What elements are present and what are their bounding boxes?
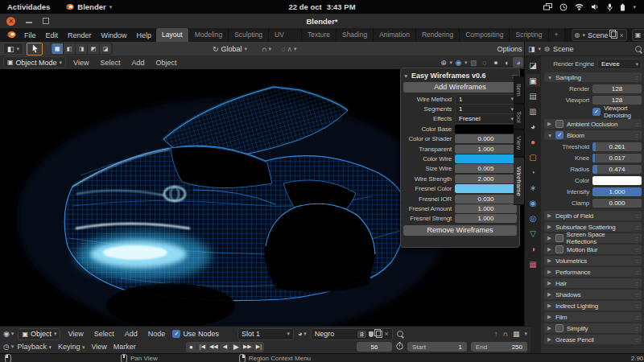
workspace-tab-scripting[interactable]: Scripting — [510, 28, 548, 42]
material-users-count[interactable]: 8 — [357, 331, 365, 338]
tab-object-data-icon[interactable]: ▽ — [526, 227, 540, 240]
marker-menu[interactable]: Marker — [110, 343, 139, 351]
transform-orientation[interactable]: ↻ Global ▾ — [213, 45, 247, 53]
prev-frame-button[interactable]: ◀ — [220, 343, 231, 350]
playback-menu[interactable]: Playback ▾ — [14, 343, 55, 351]
tab-texture-icon[interactable]: ▦ — [526, 257, 540, 270]
options-dropdown[interactable]: Options▾ — [497, 45, 527, 53]
window-minimize-button[interactable] — [26, 22, 32, 23]
performance-panel-header[interactable]: ▶Performance:::: — [544, 267, 642, 277]
use-nodes-toggle[interactable]: ✓ Use Nodes — [172, 330, 219, 338]
sidebar-tab-wireframe[interactable]: Wireframe — [514, 157, 525, 205]
node-menu[interactable]: Node — [145, 330, 169, 338]
select-menu[interactable]: Select — [91, 330, 118, 338]
depth-of-field-panel-header[interactable]: ▶Depth of Field:::: — [544, 211, 642, 220]
volume-icon[interactable] — [591, 3, 600, 10]
unlink-material-icon[interactable]: × — [385, 330, 389, 338]
parent-node-tree-icon[interactable]: ↑ — [494, 330, 498, 338]
tab-render-icon[interactable]: ▣ — [526, 74, 540, 87]
menu-help[interactable]: Help — [132, 31, 157, 39]
view-menu[interactable]: View — [64, 330, 86, 338]
editor-type-icon[interactable]: ◨ — [528, 45, 535, 53]
stopwatch-icon[interactable] — [396, 342, 403, 352]
editor-type-button[interactable]: ◷▾ — [3, 343, 14, 351]
sampling-viewport-field[interactable]: 128 — [592, 96, 642, 105]
fresnel-strength-slider[interactable]: 1.000 — [455, 214, 517, 223]
tray-chevron-icon[interactable]: ▾ — [633, 4, 636, 10]
sidebar-tab-view[interactable]: View — [514, 130, 525, 157]
clock-time[interactable]: 3:43 PM — [327, 2, 356, 11]
end-frame-field[interactable]: End250 — [471, 342, 527, 352]
record-button[interactable]: ● — [186, 343, 197, 351]
workspace-tab-modeling[interactable]: Modeling — [189, 28, 229, 42]
proportional-editing-control[interactable]: ◌∧▾ — [281, 45, 296, 53]
slot-dropdown[interactable]: Slot 1 ▾ — [237, 328, 294, 340]
shading-wireframe-icon[interactable]: ◌ — [479, 57, 489, 68]
start-frame-field[interactable]: Start1 — [407, 342, 467, 352]
shading-solid-icon[interactable]: ● — [490, 57, 501, 68]
editor-type-button[interactable]: ◧▾ — [3, 43, 23, 55]
color-base-swatch[interactable] — [455, 125, 517, 134]
menu-edit[interactable]: Edit — [41, 31, 64, 39]
workspace-tab-animation[interactable]: Animation — [374, 28, 416, 42]
jump-to-end-button[interactable]: ▶| — [254, 343, 264, 350]
add-menu[interactable]: Add — [122, 330, 141, 338]
sampling-panel-header[interactable]: ▼ Sampling :::: — [544, 72, 642, 82]
add-menu[interactable]: Add — [127, 59, 148, 67]
bloom-color-swatch[interactable] — [592, 176, 642, 185]
ambient-occlusion-panel-header[interactable]: ▶ Ambient Occlusion :::: — [544, 119, 642, 129]
prev-keyframe-button[interactable]: ◀◀ — [208, 343, 220, 350]
view-layer-selector[interactable]: ▣▾ View Layer × — [632, 29, 644, 41]
material-name-field[interactable]: Negro 8 × — [311, 328, 393, 340]
tab-physics-icon[interactable]: ◉ — [526, 196, 540, 209]
indirect-lighting-panel-header[interactable]: ▶Indirect Lighting:::: — [544, 301, 642, 311]
next-keyframe-button[interactable]: ▶▶ — [242, 343, 254, 350]
pin-icon[interactable] — [397, 331, 403, 337]
select-mode-intersect-icon[interactable]: ◪ — [100, 43, 112, 54]
transparent-slider[interactable]: 1.000 — [455, 145, 517, 154]
tab-view-layer-icon[interactable]: ▥ — [526, 105, 540, 117]
panel-header[interactable]: ▼ Easy Wireframes v0.6 :::: — [403, 70, 517, 81]
pin-icon[interactable] — [635, 46, 642, 52]
volumetrics-panel-header[interactable]: ▶Volumetrics:::: — [544, 256, 642, 265]
motion-blur-checkbox[interactable] — [555, 245, 564, 253]
clock-date[interactable]: 22 de oct — [288, 2, 321, 11]
new-scene-icon[interactable] — [611, 31, 617, 39]
bloom-panel-header[interactable]: ▼ ✓ Bloom :::: — [544, 130, 642, 140]
keying-menu[interactable]: Keying ▾ — [55, 343, 89, 351]
viewport-denoising-checkbox[interactable]: ✓ — [592, 108, 601, 116]
screen-space-reflections-panel-header[interactable]: ▶Screen Space Reflections:::: — [544, 233, 642, 243]
workspace-tab-sculpting[interactable]: Sculpting — [229, 28, 269, 42]
overlays-icon[interactable]: ▦ — [513, 330, 520, 338]
bloom-intensity-slider[interactable]: 1.000 — [592, 187, 642, 196]
scene-selector[interactable]: ◍▾ Scene × — [572, 29, 627, 41]
add-wireframes-button[interactable]: Add Wireframes — [403, 82, 517, 93]
use-nodes-checkbox[interactable]: ✓ — [172, 330, 180, 338]
wire-strength-slider[interactable]: 2.000 — [455, 175, 517, 183]
simplify-panel-header[interactable]: ▶Simplify:::: — [544, 323, 642, 333]
workspace-tab-layout[interactable]: Layout — [156, 28, 189, 42]
tab-scene-icon[interactable]: ◕ — [526, 120, 540, 133]
window-maximize-button[interactable] — [43, 18, 49, 24]
sidebar-tab-tool[interactable]: Tool — [514, 104, 525, 130]
menu-window[interactable]: Window — [97, 31, 132, 39]
tab-material-icon[interactable]: ◑ — [526, 242, 540, 255]
play-button[interactable]: ▶ — [231, 343, 242, 351]
sidebar-tab-item[interactable]: Item — [514, 76, 525, 104]
workspace-tab-texture-paint[interactable]: Texture Paint — [302, 28, 336, 42]
mode-dropdown[interactable]: ▣ Object Mode ▾ — [3, 56, 66, 68]
editor-type-button[interactable]: ◉▾ — [3, 330, 14, 338]
unlink-scene-icon[interactable]: × — [620, 31, 624, 39]
film-panel-header[interactable]: ▶Film:::: — [544, 312, 642, 322]
add-workspace-button[interactable]: + — [549, 28, 565, 42]
shader-type-dropdown[interactable]: ▣ Object ▾ — [18, 328, 60, 340]
show-gizmos-icon[interactable]: ⊕ — [438, 57, 448, 68]
motion-blur-panel-header[interactable]: ▶Motion Blur:::: — [544, 245, 642, 254]
workspace-tab-compositing[interactable]: Compositing — [460, 28, 510, 42]
render-engine-dropdown[interactable]: Eevee▾ — [597, 59, 642, 69]
grease-pencil-panel-header[interactable]: ▶Grease Pencil:::: — [544, 335, 642, 344]
workspace-tab-uv-editing[interactable]: UV Editing — [269, 28, 302, 42]
bloom-threshold-slider[interactable]: 0.261 — [592, 142, 642, 151]
ssr-checkbox[interactable] — [555, 234, 564, 242]
menu-file[interactable]: File — [19, 31, 41, 39]
